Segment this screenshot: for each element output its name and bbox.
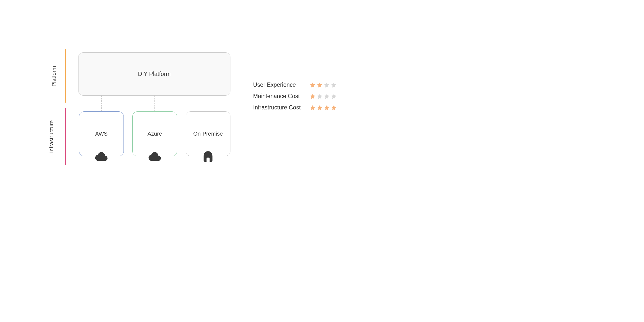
rating-row: Infrastructure Cost (253, 104, 337, 111)
star-icon (310, 105, 316, 111)
rating-label: User Experience (253, 82, 310, 88)
star-icon (317, 82, 323, 88)
infrastructure-section-bar (65, 108, 66, 165)
infra-box-onprem: On-Premise (186, 111, 230, 156)
star-icon (310, 82, 316, 88)
star-icon (331, 82, 337, 88)
platform-box-title: DIY Platform (138, 71, 171, 77)
platform-section-label: Platform (51, 66, 57, 87)
connector-azure (154, 96, 155, 111)
rating-stars (310, 82, 337, 88)
diagram-canvas: Platform Infrastructure DIY Platform AWS… (0, 0, 644, 322)
star-icon (317, 105, 323, 111)
rating-label: Maintenance Cost (253, 93, 310, 100)
ratings-panel: User Experience Maintenance Cost Infrast… (253, 82, 337, 115)
star-icon (324, 105, 330, 111)
cloud-icon (148, 149, 162, 164)
rating-row: Maintenance Cost (253, 93, 337, 100)
star-icon (324, 93, 330, 99)
infra-box-label: Azure (147, 131, 162, 137)
platform-box: DIY Platform (78, 52, 230, 96)
infra-box-aws: AWS (79, 111, 124, 156)
connector-aws (101, 96, 102, 111)
star-icon (324, 82, 330, 88)
infra-box-azure: Azure (132, 111, 177, 156)
infra-box-label: AWS (95, 131, 107, 137)
star-icon (331, 93, 337, 99)
star-icon (310, 93, 316, 99)
platform-section-bar (65, 49, 66, 103)
infra-box-label: On-Premise (193, 131, 223, 137)
home-icon (201, 149, 215, 164)
rating-stars (310, 105, 337, 111)
rating-stars (310, 93, 337, 99)
connector-onprem (208, 96, 208, 111)
infrastructure-section-label: Infrastructure (48, 120, 55, 153)
rating-row: User Experience (253, 82, 337, 88)
cloud-icon (94, 149, 108, 164)
star-icon (331, 105, 337, 111)
star-icon (317, 93, 323, 99)
rating-label: Infrastructure Cost (253, 104, 310, 111)
